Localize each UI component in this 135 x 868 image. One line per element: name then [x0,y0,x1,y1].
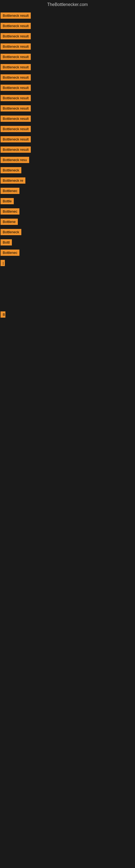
bottleneck-badge: Bottlenec [1,250,19,256]
bottleneck-badge: Bottleneck result [1,64,31,70]
bottleneck-badge: Bottleneck [1,229,21,235]
bottleneck-item: Bottleneck result [0,113,135,124]
items-container: Bottleneck resultBottleneck resultBottle… [0,9,135,382]
bottleneck-item [0,361,135,371]
bottleneck-item: Bottleneck result [0,41,135,52]
bottleneck-item: Bottleneck [0,227,135,237]
bottleneck-badge: Bottleneck result [1,33,31,39]
bottleneck-badge: Bottleneck resu [1,157,29,163]
bottleneck-badge: B [1,311,5,318]
bottleneck-badge: Bottleneck result [1,23,31,29]
bottleneck-item: Bottleneck result [0,144,135,155]
bottleneck-item: Bottleneck [0,165,135,175]
bottleneck-item [0,330,135,340]
bottleneck-badge: Bottleneck result [1,43,31,50]
bottleneck-badge: Bottleneck result [1,12,31,19]
bottleneck-item [0,340,135,350]
bottleneck-item: Bottlene [0,216,135,227]
bottleneck-item [0,299,135,309]
bottleneck-badge: Bottleneck result [1,116,31,122]
bottleneck-item: Bottleneck result [0,62,135,72]
bottleneck-item: Bottleneck result [0,83,135,93]
bottleneck-item: Bottleneck result [0,103,135,113]
bottleneck-item: Bottl [0,237,135,247]
bottleneck-item [0,350,135,361]
bottleneck-item: Bottleneck re [0,175,135,186]
bottleneck-badge: Bottlene [1,219,18,225]
bottleneck-item: Bottlenec [0,186,135,196]
bottleneck-item [0,289,135,299]
bottleneck-item: | [0,258,135,268]
bottleneck-badge: Bottleneck result [1,105,31,112]
bottleneck-badge: Bottleneck result [1,136,31,143]
bottleneck-badge: Bottleneck result [1,147,31,153]
bottleneck-item: Bottleneck result [0,93,135,103]
bottleneck-badge: Bottleneck result [1,85,31,91]
bottleneck-item: B [0,309,135,319]
bottleneck-badge: Bottleneck result [1,74,31,81]
bottleneck-badge: Bottlenec [1,208,19,215]
site-title: TheBottlenecker.com [0,0,135,9]
bottleneck-item [0,278,135,289]
bottleneck-badge: Bottlenec [1,188,19,194]
bottleneck-item: Bottleneck result [0,124,135,134]
bottleneck-item: Bottlenec [0,247,135,258]
bottleneck-item: Bottlenec [0,206,135,216]
bottleneck-item: Bottleneck result [0,72,135,83]
bottleneck-badge: Bottle [1,198,14,204]
bottleneck-item: Bottle [0,196,135,206]
bottleneck-badge: Bottl [1,239,12,246]
bottleneck-item [0,268,135,278]
bottleneck-badge: Bottleneck result [1,126,31,132]
bottleneck-badge: Bottleneck re [1,177,26,184]
bottleneck-badge: | [1,260,5,266]
bottleneck-item: Bottleneck result [0,31,135,41]
bottleneck-item: Bottleneck result [0,134,135,144]
bottleneck-badge: Bottleneck [1,167,21,173]
bottleneck-item: Bottleneck result [0,52,135,62]
bottleneck-item [0,371,135,381]
bottleneck-item: Bottleneck result [0,21,135,31]
bottleneck-badge: Bottleneck result [1,95,31,101]
bottleneck-badge: Bottleneck result [1,54,31,60]
bottleneck-item: Bottleneck result [0,10,135,21]
bottleneck-item [0,319,135,330]
bottleneck-item: Bottleneck resu [0,155,135,165]
